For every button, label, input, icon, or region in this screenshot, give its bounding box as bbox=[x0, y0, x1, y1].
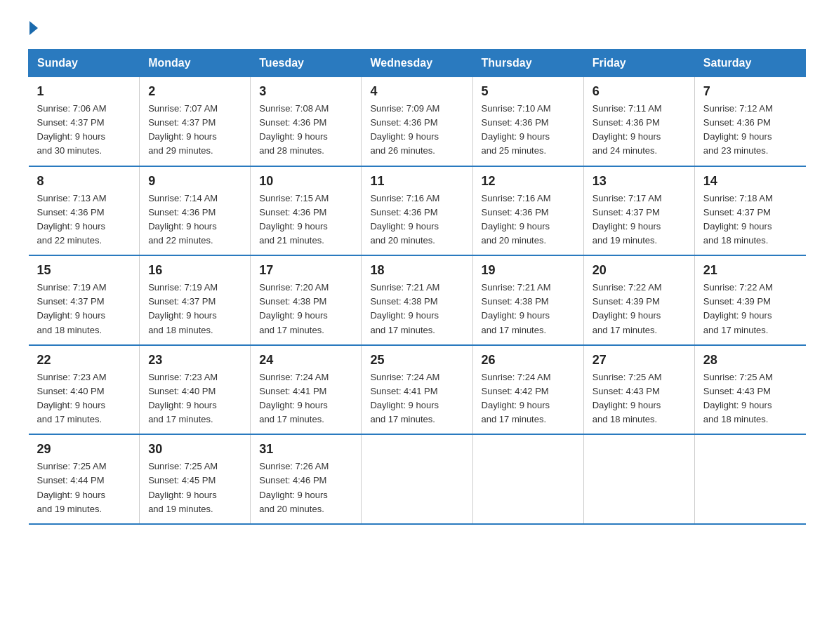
week-row-3: 15 Sunrise: 7:19 AMSunset: 4:37 PMDaylig… bbox=[29, 255, 806, 345]
day-info: Sunrise: 7:22 AMSunset: 4:39 PMDaylight:… bbox=[703, 282, 773, 335]
day-info: Sunrise: 7:24 AMSunset: 4:41 PMDaylight:… bbox=[259, 372, 329, 424]
week-row-1: 1 Sunrise: 7:06 AMSunset: 4:37 PMDayligh… bbox=[29, 77, 806, 166]
day-number: 28 bbox=[703, 353, 797, 368]
day-cell: 22 Sunrise: 7:23 AMSunset: 4:40 PMDaylig… bbox=[29, 345, 140, 435]
day-info: Sunrise: 7:11 AMSunset: 4:36 PMDaylight:… bbox=[593, 103, 662, 156]
day-cell: 23 Sunrise: 7:23 AMSunset: 4:40 PMDaylig… bbox=[140, 345, 251, 435]
day-cell bbox=[362, 434, 472, 524]
day-cell: 14 Sunrise: 7:18 AMSunset: 4:37 PMDaylig… bbox=[694, 166, 805, 256]
day-cell: 5 Sunrise: 7:10 AMSunset: 4:36 PMDayligh… bbox=[472, 77, 583, 166]
calendar-table: SundayMondayTuesdayWednesdayThursdayFrid… bbox=[28, 49, 806, 525]
day-number: 1 bbox=[37, 84, 131, 99]
day-cell: 28 Sunrise: 7:25 AMSunset: 4:43 PMDaylig… bbox=[694, 345, 805, 435]
day-number: 29 bbox=[37, 442, 131, 457]
day-cell: 16 Sunrise: 7:19 AMSunset: 4:37 PMDaylig… bbox=[140, 255, 251, 345]
day-info: Sunrise: 7:21 AMSunset: 4:38 PMDaylight:… bbox=[370, 282, 439, 335]
day-number: 12 bbox=[482, 174, 575, 189]
day-info: Sunrise: 7:19 AMSunset: 4:37 PMDaylight:… bbox=[37, 282, 107, 335]
day-cell: 17 Sunrise: 7:20 AMSunset: 4:38 PMDaylig… bbox=[251, 255, 362, 345]
day-number: 18 bbox=[370, 263, 463, 278]
day-number: 15 bbox=[37, 263, 131, 278]
day-cell bbox=[472, 434, 583, 524]
day-number: 17 bbox=[259, 263, 352, 278]
day-cell bbox=[694, 434, 805, 524]
day-number: 21 bbox=[703, 263, 797, 278]
day-info: Sunrise: 7:25 AMSunset: 4:44 PMDaylight:… bbox=[37, 461, 107, 514]
day-cell: 1 Sunrise: 7:06 AMSunset: 4:37 PMDayligh… bbox=[29, 77, 140, 166]
day-info: Sunrise: 7:26 AMSunset: 4:46 PMDaylight:… bbox=[259, 461, 329, 514]
day-info: Sunrise: 7:19 AMSunset: 4:37 PMDaylight:… bbox=[148, 282, 218, 335]
day-number: 24 bbox=[259, 353, 352, 368]
day-number: 31 bbox=[259, 442, 352, 457]
day-number: 3 bbox=[259, 84, 352, 99]
day-cell: 29 Sunrise: 7:25 AMSunset: 4:44 PMDaylig… bbox=[29, 434, 140, 524]
day-header-saturday: Saturday bbox=[694, 50, 805, 77]
day-cell: 11 Sunrise: 7:16 AMSunset: 4:36 PMDaylig… bbox=[362, 166, 472, 256]
day-number: 19 bbox=[482, 263, 575, 278]
logo bbox=[28, 21, 39, 35]
day-info: Sunrise: 7:25 AMSunset: 4:43 PMDaylight:… bbox=[703, 372, 773, 424]
day-number: 16 bbox=[148, 263, 241, 278]
day-cell: 6 Sunrise: 7:11 AMSunset: 4:36 PMDayligh… bbox=[583, 77, 694, 166]
day-number: 23 bbox=[148, 353, 241, 368]
day-info: Sunrise: 7:17 AMSunset: 4:37 PMDaylight:… bbox=[593, 193, 662, 246]
day-info: Sunrise: 7:25 AMSunset: 4:43 PMDaylight:… bbox=[593, 372, 662, 424]
day-info: Sunrise: 7:20 AMSunset: 4:38 PMDaylight:… bbox=[259, 282, 329, 335]
day-info: Sunrise: 7:21 AMSunset: 4:38 PMDaylight:… bbox=[482, 282, 551, 335]
day-header-sunday: Sunday bbox=[29, 50, 140, 77]
day-info: Sunrise: 7:18 AMSunset: 4:37 PMDaylight:… bbox=[703, 193, 773, 246]
day-cell: 25 Sunrise: 7:24 AMSunset: 4:41 PMDaylig… bbox=[362, 345, 472, 435]
header-area bbox=[28, 21, 806, 35]
week-row-2: 8 Sunrise: 7:13 AMSunset: 4:36 PMDayligh… bbox=[29, 166, 806, 256]
day-number: 7 bbox=[703, 84, 797, 99]
week-row-5: 29 Sunrise: 7:25 AMSunset: 4:44 PMDaylig… bbox=[29, 434, 806, 524]
day-info: Sunrise: 7:14 AMSunset: 4:36 PMDaylight:… bbox=[148, 193, 218, 246]
day-info: Sunrise: 7:22 AMSunset: 4:39 PMDaylight:… bbox=[593, 282, 662, 335]
day-cell: 8 Sunrise: 7:13 AMSunset: 4:36 PMDayligh… bbox=[29, 166, 140, 256]
day-cell: 18 Sunrise: 7:21 AMSunset: 4:38 PMDaylig… bbox=[362, 255, 472, 345]
day-cell: 21 Sunrise: 7:22 AMSunset: 4:39 PMDaylig… bbox=[694, 255, 805, 345]
day-header-monday: Monday bbox=[140, 50, 251, 77]
day-info: Sunrise: 7:09 AMSunset: 4:36 PMDaylight:… bbox=[370, 103, 439, 156]
day-info: Sunrise: 7:07 AMSunset: 4:37 PMDaylight:… bbox=[148, 103, 218, 156]
day-number: 25 bbox=[370, 353, 463, 368]
day-cell: 15 Sunrise: 7:19 AMSunset: 4:37 PMDaylig… bbox=[29, 255, 140, 345]
day-cell: 30 Sunrise: 7:25 AMSunset: 4:45 PMDaylig… bbox=[140, 434, 251, 524]
day-info: Sunrise: 7:25 AMSunset: 4:45 PMDaylight:… bbox=[148, 461, 218, 514]
day-info: Sunrise: 7:16 AMSunset: 4:36 PMDaylight:… bbox=[482, 193, 551, 246]
day-number: 14 bbox=[703, 174, 797, 189]
day-number: 26 bbox=[482, 353, 575, 368]
day-info: Sunrise: 7:08 AMSunset: 4:36 PMDaylight:… bbox=[259, 103, 329, 156]
day-cell: 20 Sunrise: 7:22 AMSunset: 4:39 PMDaylig… bbox=[583, 255, 694, 345]
day-info: Sunrise: 7:15 AMSunset: 4:36 PMDaylight:… bbox=[259, 193, 329, 246]
day-cell: 27 Sunrise: 7:25 AMSunset: 4:43 PMDaylig… bbox=[583, 345, 694, 435]
day-cell: 2 Sunrise: 7:07 AMSunset: 4:37 PMDayligh… bbox=[140, 77, 251, 166]
day-cell: 26 Sunrise: 7:24 AMSunset: 4:42 PMDaylig… bbox=[472, 345, 583, 435]
week-row-4: 22 Sunrise: 7:23 AMSunset: 4:40 PMDaylig… bbox=[29, 345, 806, 435]
calendar-header: SundayMondayTuesdayWednesdayThursdayFrid… bbox=[29, 50, 806, 77]
logo-arrow-icon bbox=[29, 21, 38, 35]
day-header-friday: Friday bbox=[583, 50, 694, 77]
day-number: 2 bbox=[148, 84, 241, 99]
logo-text bbox=[28, 21, 39, 35]
day-info: Sunrise: 7:13 AMSunset: 4:36 PMDaylight:… bbox=[37, 193, 107, 246]
day-cell: 10 Sunrise: 7:15 AMSunset: 4:36 PMDaylig… bbox=[251, 166, 362, 256]
day-cell: 9 Sunrise: 7:14 AMSunset: 4:36 PMDayligh… bbox=[140, 166, 251, 256]
day-number: 27 bbox=[593, 353, 686, 368]
day-number: 13 bbox=[593, 174, 686, 189]
day-cell: 4 Sunrise: 7:09 AMSunset: 4:36 PMDayligh… bbox=[362, 77, 472, 166]
day-info: Sunrise: 7:10 AMSunset: 4:36 PMDaylight:… bbox=[482, 103, 551, 156]
day-cell: 7 Sunrise: 7:12 AMSunset: 4:36 PMDayligh… bbox=[694, 77, 805, 166]
day-number: 9 bbox=[148, 174, 241, 189]
day-info: Sunrise: 7:16 AMSunset: 4:36 PMDaylight:… bbox=[370, 193, 439, 246]
day-number: 30 bbox=[148, 442, 241, 457]
day-info: Sunrise: 7:24 AMSunset: 4:41 PMDaylight:… bbox=[370, 372, 439, 424]
day-number: 5 bbox=[482, 84, 575, 99]
day-number: 10 bbox=[259, 174, 352, 189]
day-cell: 12 Sunrise: 7:16 AMSunset: 4:36 PMDaylig… bbox=[472, 166, 583, 256]
day-number: 20 bbox=[593, 263, 686, 278]
calendar-body: 1 Sunrise: 7:06 AMSunset: 4:37 PMDayligh… bbox=[29, 77, 806, 524]
day-cell: 19 Sunrise: 7:21 AMSunset: 4:38 PMDaylig… bbox=[472, 255, 583, 345]
day-cell: 3 Sunrise: 7:08 AMSunset: 4:36 PMDayligh… bbox=[251, 77, 362, 166]
day-cell bbox=[583, 434, 694, 524]
